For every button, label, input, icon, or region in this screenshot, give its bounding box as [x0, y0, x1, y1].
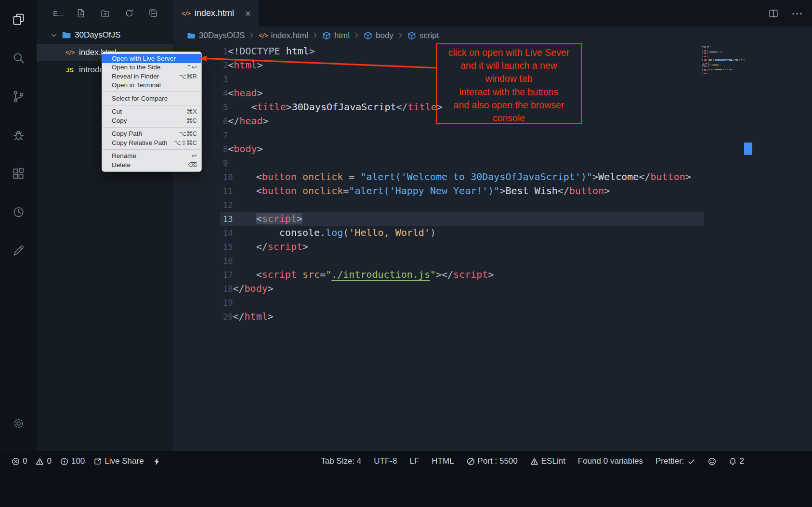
- live-share-icon: [93, 457, 102, 466]
- code-line-12[interactable]: 12: [173, 198, 812, 212]
- new-folder-icon[interactable]: [100, 8, 110, 18]
- status-item-eslint[interactable]: ESLint: [530, 456, 565, 466]
- code-line-9[interactable]: 9: [173, 156, 812, 170]
- activity-item-history[interactable]: [0, 193, 37, 231]
- code-line-16[interactable]: 16: [173, 254, 812, 268]
- status-item-label: 0: [47, 456, 51, 466]
- activity-item-settings-gear[interactable]: [0, 404, 37, 442]
- status-item-utf-8[interactable]: UTF-8: [374, 456, 397, 466]
- code-line-11[interactable]: 11 <button onclick="alert('Happy New Yea…: [173, 184, 812, 198]
- minimap-line: [702, 54, 748, 55]
- menu-item-rename[interactable]: Rename↩: [102, 152, 201, 161]
- activity-bar: [0, 0, 37, 451]
- code-line-13[interactable]: 13 <script>: [173, 212, 812, 226]
- breadcrumb-item-index-html[interactable]: </>index.html: [259, 31, 308, 40]
- status-item-lightning-icon[interactable]: [153, 457, 161, 466]
- status-item-2[interactable]: 2: [729, 456, 744, 466]
- folder-icon: [62, 30, 71, 40]
- code-line-14[interactable]: 14 console.log('Hello, World'): [173, 226, 812, 240]
- code-line-17[interactable]: 17 <script src="./introduction.js"></scr…: [173, 268, 812, 282]
- code-line-8[interactable]: 8<body>: [173, 142, 812, 156]
- menu-item-shortcut: ⌥⌘R: [179, 73, 197, 80]
- status-item-0[interactable]: 0: [12, 456, 27, 466]
- menu-item-label: Open to the Side: [112, 64, 160, 71]
- activity-item-search[interactable]: [0, 39, 37, 77]
- chevron-down-icon: [50, 31, 58, 39]
- annotation-box: click on open with Live Sever and it wil…: [436, 43, 582, 124]
- status-item-live-share[interactable]: Live Share: [93, 456, 144, 466]
- menu-item-shortcut: ⌥⇧⌘C: [174, 139, 197, 146]
- code-line-15[interactable]: 15 </script>: [173, 240, 812, 254]
- status-item-label: 0: [23, 456, 27, 466]
- menu-separator: [103, 149, 201, 150]
- minimap-line: [702, 56, 748, 57]
- lightning-icon: [153, 457, 161, 466]
- collapse-all-icon[interactable]: [148, 8, 158, 18]
- menu-item-copy-path[interactable]: Copy Path⌥⌘C: [102, 130, 201, 139]
- new-file-icon[interactable]: [76, 8, 86, 18]
- minimap-line: [702, 46, 748, 47]
- breadcrumb-item-30daysofjs[interactable]: 30DaysOfJS: [187, 31, 245, 40]
- activity-item-extensions[interactable]: [0, 154, 37, 193]
- minimap[interactable]: [702, 46, 748, 75]
- menu-item-cut[interactable]: Cut⌘X: [102, 107, 201, 117]
- status-item-found-0-variables[interactable]: Found 0 variables: [578, 456, 643, 466]
- tab-index-html[interactable]: </> index.html ×: [173, 0, 259, 26]
- extensions-icon: [12, 167, 25, 180]
- split-editor-icon[interactable]: [768, 8, 779, 19]
- chevron-right-icon: [312, 32, 319, 39]
- explorer-root-folder[interactable]: 30DaysOfJS: [37, 26, 173, 44]
- line-number: 12: [223, 200, 233, 210]
- status-item-label: HTML: [432, 456, 454, 466]
- breadcrumb-label: body: [376, 31, 393, 40]
- menu-item-select-for-compare[interactable]: Select for Compare: [102, 94, 201, 103]
- breadcrumb-item-html[interactable]: html: [322, 31, 350, 40]
- debug-icon: [12, 129, 25, 142]
- activity-item-explorer[interactable]: [0, 0, 37, 39]
- status-item-0[interactable]: 0: [36, 456, 51, 466]
- close-icon[interactable]: ×: [245, 9, 251, 18]
- smiley-icon: [708, 457, 716, 466]
- menu-item-label: Delete: [112, 161, 131, 169]
- status-item-lf[interactable]: LF: [409, 456, 419, 466]
- menu-item-open-with-live-server[interactable]: Open with Live Server: [102, 54, 201, 63]
- activity-item-debug[interactable]: [0, 116, 37, 154]
- line-number: 9: [223, 158, 228, 168]
- menu-item-shortcut: ⌥⌘C: [179, 130, 197, 137]
- menu-item-open-to-the-side[interactable]: Open to the Side⌃↩: [102, 63, 201, 72]
- menu-item-open-in-terminal[interactable]: Open in Terminal: [102, 81, 201, 90]
- warning-icon: [36, 457, 44, 466]
- status-item-100[interactable]: 100: [60, 456, 85, 466]
- settings-gear-icon: [12, 417, 25, 430]
- menu-item-reveal-in-finder[interactable]: Reveal in Finder⌥⌘R: [102, 72, 201, 81]
- bell-icon: [729, 457, 737, 466]
- status-item-html[interactable]: HTML: [432, 456, 454, 466]
- minimap-line: [702, 66, 748, 67]
- status-right: Tab Size: 4UTF-8LFHTMLPort : 5500ESLintF…: [321, 456, 744, 466]
- status-item-port-5500[interactable]: Port : 5500: [467, 456, 518, 466]
- code-line-19[interactable]: 19: [173, 296, 812, 310]
- menu-item-copy-relative-path[interactable]: Copy Relative Path⌥⇧⌘C: [102, 138, 201, 147]
- more-actions-icon[interactable]: ⋯: [791, 7, 803, 20]
- minimap-line: [702, 49, 748, 50]
- code-line-18[interactable]: 18</body>: [173, 282, 812, 296]
- code-line-10[interactable]: 10 <button onclick = "alert('Welcome to …: [173, 170, 812, 184]
- refresh-icon[interactable]: [124, 8, 134, 18]
- status-item-tab-size-4[interactable]: Tab Size: 4: [321, 456, 361, 466]
- status-item-smiley-icon[interactable]: [708, 457, 716, 466]
- status-item-label: LF: [409, 456, 419, 466]
- activity-item-source-control[interactable]: [0, 77, 37, 116]
- activity-item-pen[interactable]: [0, 231, 37, 270]
- menu-item-delete[interactable]: Delete⌫: [102, 160, 201, 169]
- menu-item-copy[interactable]: Copy⌘C: [102, 116, 201, 125]
- breadcrumb-item-script[interactable]: script: [407, 31, 439, 40]
- minimap-line: [702, 63, 748, 64]
- status-item-prettier[interactable]: Prettier:: [655, 456, 695, 466]
- breadcrumb-item-body[interactable]: body: [364, 31, 393, 40]
- code-line-7[interactable]: 7: [173, 128, 812, 142]
- status-item-label: Prettier:: [655, 456, 684, 466]
- warning-icon: [530, 457, 538, 466]
- line-number: 11: [223, 186, 233, 196]
- tab-label: index.html: [195, 8, 234, 18]
- code-line-20[interactable]: 20</html>: [173, 310, 812, 324]
